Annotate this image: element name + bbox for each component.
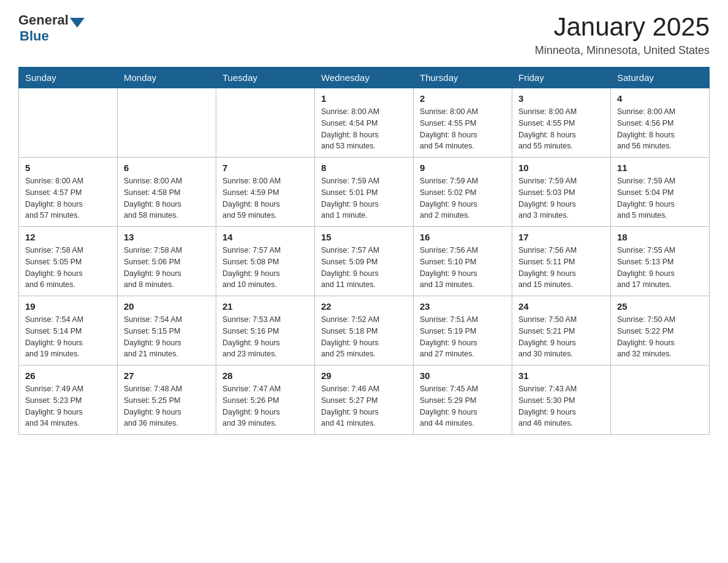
calendar-cell: 13Sunrise: 7:58 AMSunset: 5:06 PMDayligh…	[118, 227, 216, 296]
day-number: 21	[222, 301, 308, 312]
calendar-cell: 28Sunrise: 7:47 AMSunset: 5:26 PMDayligh…	[216, 366, 315, 435]
day-number: 11	[617, 163, 703, 173]
page-header: General Blue January 2025 Minneota, Minn…	[18, 12, 710, 57]
day-info: Sunrise: 8:00 AMSunset: 4:54 PMDaylight:…	[321, 106, 407, 152]
calendar-cell: 6Sunrise: 8:00 AMSunset: 4:58 PMDaylight…	[118, 158, 216, 227]
weekday-header-wednesday: Wednesday	[315, 67, 414, 88]
day-number: 7	[222, 163, 308, 173]
day-info: Sunrise: 7:55 AMSunset: 5:13 PMDaylight:…	[617, 245, 703, 291]
week-row-4: 19Sunrise: 7:54 AMSunset: 5:14 PMDayligh…	[19, 296, 710, 366]
day-number: 13	[124, 232, 210, 242]
day-info: Sunrise: 7:43 AMSunset: 5:30 PMDaylight:…	[518, 383, 604, 429]
day-info: Sunrise: 7:46 AMSunset: 5:27 PMDaylight:…	[321, 383, 407, 429]
calendar-cell: 2Sunrise: 8:00 AMSunset: 4:55 PMDaylight…	[414, 88, 512, 158]
day-info: Sunrise: 7:59 AMSunset: 5:04 PMDaylight:…	[617, 175, 703, 221]
day-info: Sunrise: 7:53 AMSunset: 5:16 PMDaylight:…	[222, 314, 308, 360]
calendar-cell: 4Sunrise: 8:00 AMSunset: 4:56 PMDaylight…	[611, 88, 710, 158]
day-info: Sunrise: 8:00 AMSunset: 4:55 PMDaylight:…	[420, 106, 506, 152]
calendar-cell: 30Sunrise: 7:45 AMSunset: 5:29 PMDayligh…	[414, 366, 512, 435]
week-row-5: 26Sunrise: 7:49 AMSunset: 5:23 PMDayligh…	[19, 366, 710, 435]
calendar-cell: 19Sunrise: 7:54 AMSunset: 5:14 PMDayligh…	[19, 296, 118, 366]
calendar-cell: 9Sunrise: 7:59 AMSunset: 5:02 PMDaylight…	[414, 158, 512, 227]
day-number: 14	[222, 232, 308, 242]
day-number: 28	[222, 370, 308, 381]
day-number: 4	[617, 93, 703, 104]
day-info: Sunrise: 8:00 AMSunset: 4:56 PMDaylight:…	[617, 106, 703, 152]
calendar-cell: 11Sunrise: 7:59 AMSunset: 5:04 PMDayligh…	[611, 158, 710, 227]
calendar-cell	[118, 88, 216, 158]
calendar-cell: 21Sunrise: 7:53 AMSunset: 5:16 PMDayligh…	[216, 296, 315, 366]
day-number: 19	[25, 301, 111, 312]
calendar-cell: 27Sunrise: 7:48 AMSunset: 5:25 PMDayligh…	[118, 366, 216, 435]
week-row-1: 1Sunrise: 8:00 AMSunset: 4:54 PMDaylight…	[19, 88, 710, 158]
calendar-cell: 20Sunrise: 7:54 AMSunset: 5:15 PMDayligh…	[118, 296, 216, 366]
logo-general-text: General	[18, 12, 69, 28]
weekday-header-saturday: Saturday	[611, 67, 710, 88]
day-number: 3	[518, 93, 604, 104]
subtitle: Minneota, Minnesota, United States	[535, 44, 710, 57]
day-info: Sunrise: 7:59 AMSunset: 5:01 PMDaylight:…	[321, 175, 407, 221]
day-info: Sunrise: 7:58 AMSunset: 5:06 PMDaylight:…	[124, 245, 210, 291]
day-number: 22	[321, 301, 407, 312]
day-info: Sunrise: 7:57 AMSunset: 5:09 PMDaylight:…	[321, 245, 407, 291]
day-info: Sunrise: 8:00 AMSunset: 4:57 PMDaylight:…	[25, 175, 111, 221]
day-info: Sunrise: 7:49 AMSunset: 5:23 PMDaylight:…	[25, 383, 111, 429]
day-info: Sunrise: 7:56 AMSunset: 5:10 PMDaylight:…	[420, 245, 506, 291]
calendar-cell: 29Sunrise: 7:46 AMSunset: 5:27 PMDayligh…	[315, 366, 414, 435]
day-number: 1	[321, 93, 407, 104]
week-row-2: 5Sunrise: 8:00 AMSunset: 4:57 PMDaylight…	[19, 158, 710, 227]
day-number: 29	[321, 370, 407, 381]
day-number: 24	[518, 301, 604, 312]
calendar-cell: 24Sunrise: 7:50 AMSunset: 5:21 PMDayligh…	[512, 296, 611, 366]
calendar-cell: 14Sunrise: 7:57 AMSunset: 5:08 PMDayligh…	[216, 227, 315, 296]
weekday-header-monday: Monday	[118, 67, 216, 88]
calendar-cell: 3Sunrise: 8:00 AMSunset: 4:55 PMDaylight…	[512, 88, 611, 158]
day-number: 25	[617, 301, 703, 312]
weekday-header-tuesday: Tuesday	[216, 67, 315, 88]
day-number: 12	[25, 232, 111, 242]
calendar-cell: 23Sunrise: 7:51 AMSunset: 5:19 PMDayligh…	[414, 296, 512, 366]
day-info: Sunrise: 7:58 AMSunset: 5:05 PMDaylight:…	[25, 245, 111, 291]
day-info: Sunrise: 7:54 AMSunset: 5:14 PMDaylight:…	[25, 314, 111, 360]
day-number: 31	[518, 370, 604, 381]
day-info: Sunrise: 7:59 AMSunset: 5:02 PMDaylight:…	[420, 175, 506, 221]
calendar-table: SundayMondayTuesdayWednesdayThursdayFrid…	[18, 67, 710, 435]
logo-arrow-icon	[70, 18, 85, 28]
calendar-cell: 7Sunrise: 8:00 AMSunset: 4:59 PMDaylight…	[216, 158, 315, 227]
day-info: Sunrise: 7:59 AMSunset: 5:03 PMDaylight:…	[518, 175, 604, 221]
weekday-header-row: SundayMondayTuesdayWednesdayThursdayFrid…	[19, 67, 710, 88]
calendar-cell: 5Sunrise: 8:00 AMSunset: 4:57 PMDaylight…	[19, 158, 118, 227]
day-info: Sunrise: 8:00 AMSunset: 4:55 PMDaylight:…	[518, 106, 604, 152]
day-info: Sunrise: 8:00 AMSunset: 4:58 PMDaylight:…	[124, 175, 210, 221]
day-number: 10	[518, 163, 604, 173]
day-info: Sunrise: 8:00 AMSunset: 4:59 PMDaylight:…	[222, 175, 308, 221]
day-info: Sunrise: 7:47 AMSunset: 5:26 PMDaylight:…	[222, 383, 308, 429]
week-row-3: 12Sunrise: 7:58 AMSunset: 5:05 PMDayligh…	[19, 227, 710, 296]
calendar-cell: 17Sunrise: 7:56 AMSunset: 5:11 PMDayligh…	[512, 227, 611, 296]
day-info: Sunrise: 7:57 AMSunset: 5:08 PMDaylight:…	[222, 245, 308, 291]
calendar-cell: 25Sunrise: 7:50 AMSunset: 5:22 PMDayligh…	[611, 296, 710, 366]
day-info: Sunrise: 7:50 AMSunset: 5:21 PMDaylight:…	[518, 314, 604, 360]
page-title: January 2025	[535, 12, 710, 42]
day-info: Sunrise: 7:56 AMSunset: 5:11 PMDaylight:…	[518, 245, 604, 291]
day-info: Sunrise: 7:54 AMSunset: 5:15 PMDaylight:…	[124, 314, 210, 360]
day-info: Sunrise: 7:45 AMSunset: 5:29 PMDaylight:…	[420, 383, 506, 429]
day-info: Sunrise: 7:50 AMSunset: 5:22 PMDaylight:…	[617, 314, 703, 360]
day-number: 26	[25, 370, 111, 381]
logo-block: General Blue	[18, 12, 85, 44]
day-number: 18	[617, 232, 703, 242]
logo: General Blue	[18, 12, 85, 44]
calendar-cell	[611, 366, 710, 435]
day-info: Sunrise: 7:51 AMSunset: 5:19 PMDaylight:…	[420, 314, 506, 360]
calendar-cell: 31Sunrise: 7:43 AMSunset: 5:30 PMDayligh…	[512, 366, 611, 435]
calendar-cell: 10Sunrise: 7:59 AMSunset: 5:03 PMDayligh…	[512, 158, 611, 227]
calendar-cell	[19, 88, 118, 158]
day-info: Sunrise: 7:52 AMSunset: 5:18 PMDaylight:…	[321, 314, 407, 360]
day-number: 9	[420, 163, 506, 173]
calendar-cell: 15Sunrise: 7:57 AMSunset: 5:09 PMDayligh…	[315, 227, 414, 296]
day-number: 27	[124, 370, 210, 381]
calendar-cell: 26Sunrise: 7:49 AMSunset: 5:23 PMDayligh…	[19, 366, 118, 435]
day-number: 23	[420, 301, 506, 312]
day-number: 6	[124, 163, 210, 173]
day-number: 2	[420, 93, 506, 104]
